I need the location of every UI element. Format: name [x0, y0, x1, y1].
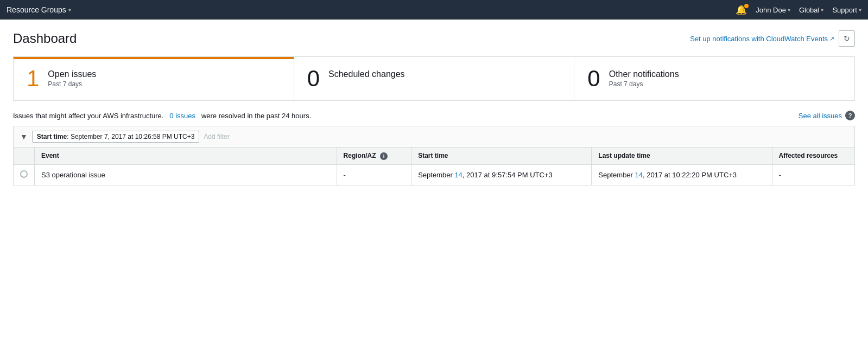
region-label: Global: [799, 6, 820, 14]
notifications-bell[interactable]: 🔔: [736, 4, 747, 16]
scheduled-changes-label: Scheduled changes: [328, 69, 405, 79]
col-header-region: Region/AZ i: [337, 148, 411, 164]
cloudwatch-link-text: Set up notifications with CloudWatch Eve…: [690, 35, 828, 43]
col-header-start-time: Start time: [411, 148, 592, 164]
row-region-cell: -: [337, 164, 411, 185]
support-chevron: ▾: [859, 7, 861, 13]
row-select-cell[interactable]: [14, 164, 35, 185]
refresh-icon: ↻: [844, 34, 850, 43]
col-header-affected: Affected resources: [772, 148, 854, 164]
col-header-last-update: Last update time: [592, 148, 772, 164]
open-issues-number: 1: [27, 67, 39, 90]
other-notifications-info: Other notifications Past 7 days: [609, 69, 679, 88]
table-header-row: Event Region/AZ i Start time Last update…: [14, 148, 855, 164]
filter-tag-label: Start time: [37, 133, 67, 140]
cloudwatch-events-link[interactable]: Set up notifications with CloudWatch Eve…: [690, 35, 834, 43]
region-chevron: ▾: [821, 7, 823, 13]
filter-tag-value: September 7, 2017 at 10:26:58 PM UTC+3: [71, 133, 194, 140]
row-region-value: -: [344, 171, 346, 179]
add-filter-button[interactable]: Add filter: [204, 133, 229, 140]
events-table: Event Region/AZ i Start time Last update…: [13, 148, 855, 185]
help-icon[interactable]: ?: [845, 111, 855, 120]
row-affected-cell: -: [772, 164, 854, 185]
scheduled-changes-number: 0: [307, 67, 320, 90]
resource-groups-chevron: ▾: [68, 7, 71, 13]
scheduled-changes-info: Scheduled changes: [328, 69, 405, 88]
other-notifications-card[interactable]: 0 Other notifications Past 7 days: [574, 57, 854, 100]
topnav-right: 🔔 John Doe ▾ Global ▾ Support ▾: [736, 4, 861, 16]
user-menu[interactable]: John Doe ▾: [756, 6, 790, 14]
scheduled-changes-sublabel: [328, 80, 405, 88]
main-content: Dashboard Set up notifications with Clou…: [0, 20, 868, 196]
see-all-issues-link[interactable]: See all issues: [799, 112, 842, 120]
resource-groups-label: Resource Groups: [7, 5, 66, 14]
issues-bar: Issues that might affect your AWS infras…: [13, 111, 855, 120]
external-link-icon: ↗: [829, 35, 834, 42]
dashboard-actions: Set up notifications with CloudWatch Eve…: [690, 30, 855, 47]
issues-count-link[interactable]: 0 issues: [169, 112, 195, 120]
issues-bar-right: See all issues ?: [799, 111, 855, 120]
region-info-icon[interactable]: i: [380, 152, 388, 160]
dashboard-header: Dashboard Set up notifications with Clou…: [13, 30, 855, 47]
row-start-time-cell: September 14, 2017 at 9:57:54 PM UTC+3: [411, 164, 592, 185]
other-notifications-number: 0: [587, 67, 600, 90]
row-start-time-value: September 14, 2017 at 9:57:54 PM UTC+3: [418, 171, 553, 179]
other-notifications-label: Other notifications: [609, 69, 679, 79]
table-row: S3 operational issue - September 14, 201…: [14, 164, 855, 185]
scheduled-changes-card[interactable]: 0 Scheduled changes: [294, 57, 575, 100]
open-issues-card[interactable]: 1 Open issues Past 7 days: [14, 57, 294, 100]
open-issues-label: Open issues: [48, 69, 96, 79]
filter-tag-start-time[interactable]: Start time: September 7, 2017 at 10:26:5…: [32, 131, 200, 143]
filter-icon: ▼: [20, 132, 28, 141]
open-issues-info: Open issues Past 7 days: [48, 69, 96, 88]
support-menu[interactable]: Support ▾: [832, 6, 861, 14]
issues-bar-text: Issues that might affect your AWS infras…: [13, 112, 311, 120]
user-chevron: ▾: [788, 7, 790, 13]
issues-suffix: were resolved in the past 24 hours.: [201, 112, 311, 120]
support-label: Support: [832, 6, 857, 14]
row-event-cell: S3 operational issue: [35, 164, 337, 185]
row-event-name: S3 operational issue: [41, 171, 105, 179]
resource-groups-menu[interactable]: Resource Groups ▾: [7, 5, 71, 14]
row-last-update-cell: September 14, 2017 at 10:22:20 PM UTC+3: [592, 164, 772, 185]
page-title: Dashboard: [13, 31, 77, 46]
topnav: Resource Groups ▾ 🔔 John Doe ▾ Global ▾ …: [0, 0, 868, 20]
col-header-event: Event: [35, 148, 337, 164]
stats-row: 1 Open issues Past 7 days 0 Scheduled ch…: [13, 56, 855, 101]
refresh-button[interactable]: ↻: [839, 30, 855, 47]
col-header-select: [14, 148, 35, 164]
row-radio-button[interactable]: [20, 170, 28, 178]
issues-prefix: Issues that might affect your AWS infras…: [13, 112, 163, 120]
notification-dot: [744, 4, 749, 8]
region-menu[interactable]: Global ▾: [799, 6, 824, 14]
filter-bar: ▼ Start time: September 7, 2017 at 10:26…: [13, 126, 855, 148]
row-last-update-value: September 14, 2017 at 10:22:20 PM UTC+3: [598, 171, 737, 179]
other-notifications-sublabel: Past 7 days: [609, 80, 679, 88]
row-affected-value: -: [779, 171, 781, 179]
open-issues-sublabel: Past 7 days: [48, 80, 96, 88]
user-name: John Doe: [756, 6, 786, 14]
